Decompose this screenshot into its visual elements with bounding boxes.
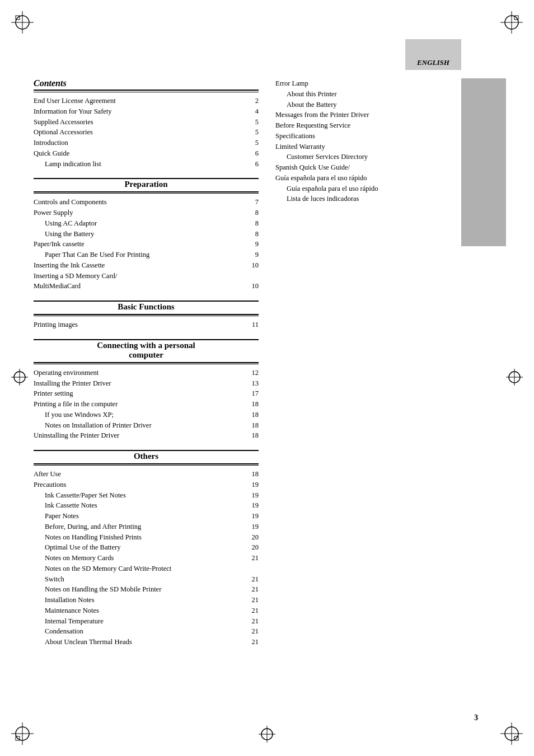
- toc-item: About Unclean Thermal Heads 21: [34, 637, 259, 647]
- toc-item: MultiMediaCard 10: [34, 281, 259, 292]
- toc-item: Using the Battery 8: [34, 229, 259, 240]
- toc-item: Optional Accessories 5: [34, 127, 259, 138]
- preparation-section: Preparation Controls and Components 7 Po…: [34, 178, 259, 292]
- toc-item: Uninstalling the Printer Driver 18: [34, 430, 259, 441]
- toc-item: Printer setting 17: [34, 388, 259, 399]
- left-column: Contents End User License Agreement 2 In…: [34, 78, 259, 711]
- prep-divider-top2: [34, 191, 259, 192]
- toc-item: Internal Temperature 21: [34, 616, 259, 627]
- others-section: Others After Use 18 Precautions 19 Ink C…: [34, 450, 259, 647]
- toc-item: Supplied Accessories 5: [34, 117, 259, 128]
- connecting-title: Connecting with a personalcomputer: [34, 341, 259, 360]
- toc-item: Precautions 19: [34, 480, 259, 490]
- toc-item: After Use 18: [34, 469, 259, 480]
- toc-item: Notes on Installation of Printer Driver …: [34, 420, 259, 431]
- contents-divider-top: [34, 90, 259, 91]
- contents-section: Contents End User License Agreement 2 In…: [34, 78, 259, 169]
- conn-divider-top2: [34, 362, 259, 363]
- toc-item: Before, During, and After Printing 19: [34, 522, 259, 532]
- others-divider-top2: [34, 463, 259, 464]
- corner-mark-bl: [11, 722, 34, 745]
- toc-item: Installing the Printer Driver 13: [34, 378, 259, 389]
- content-area: Contents End User License Agreement 2 In…: [34, 78, 500, 711]
- toc-item: Notes on Handling the SD Mobile Printer …: [34, 584, 259, 595]
- toc-item: End User License Agreement 2: [34, 96, 259, 106]
- others-divider-top: [34, 450, 259, 451]
- conn-divider-bottom: [34, 364, 259, 364]
- toc-item: Controls and Components 7: [34, 197, 259, 208]
- english-label: ENGLISH: [417, 58, 449, 67]
- mid-mark-left: [11, 369, 28, 388]
- right-column: Error Lamp 22 About this Printer 22 Abou…: [275, 78, 500, 711]
- toc-item: Switch 21: [34, 574, 259, 585]
- connecting-section: Connecting with a personalcomputer Opera…: [34, 339, 259, 441]
- bf-divider-top2: [34, 314, 259, 315]
- basic-functions-title: Basic Functions: [34, 302, 259, 312]
- right-gray-bar: [461, 78, 506, 246]
- toc-item: Operating environment 12: [34, 368, 259, 378]
- toc-item: Power Supply 8: [34, 208, 259, 218]
- corner-mark-tr: [500, 11, 523, 34]
- contents-divider-bottom: [34, 92, 259, 92]
- toc-item: Paper/Ink cassette 9: [34, 239, 259, 250]
- others-divider-bottom: [34, 465, 259, 466]
- mid-mark-bottom: [259, 726, 275, 745]
- toc-item: Lamp indication list 6: [34, 159, 259, 170]
- bf-divider-top: [34, 300, 259, 302]
- toc-item: Notes on Handling Finished Prints 20: [34, 532, 259, 543]
- toc-item: Condensation 21: [34, 626, 259, 637]
- page: ENGLISH 3 Contents End User License Agre…: [0, 0, 534, 756]
- corner-mark-br: [500, 722, 523, 745]
- toc-item: Inserting a SD Memory Card/: [34, 271, 259, 281]
- conn-divider-top: [34, 339, 259, 340]
- others-title: Others: [34, 452, 259, 461]
- toc-item: Printing a file in the computer 18: [34, 399, 259, 410]
- contents-title: Contents: [34, 78, 259, 88]
- basic-functions-section: Basic Functions Printing images 11: [34, 300, 259, 330]
- toc-item: Paper Notes 19: [34, 511, 259, 522]
- toc-item: Notes on the SD Memory Card Write-Protec…: [34, 564, 259, 574]
- corner-mark-tl: [11, 11, 34, 34]
- toc-item: Using AC Adaptor 8: [34, 218, 259, 229]
- mid-mark-right: [506, 369, 523, 388]
- toc-item: Inserting the Ink Cassette 10: [34, 260, 259, 271]
- bf-divider-bottom: [34, 316, 259, 316]
- toc-item: Introduction 5: [34, 138, 259, 148]
- toc-item: Ink Cassette Notes 19: [34, 500, 259, 511]
- prep-divider-bottom: [34, 193, 259, 194]
- toc-item: Information for Your Safety 4: [34, 106, 259, 117]
- toc-item: Paper That Can Be Used For Printing 9: [34, 250, 259, 260]
- toc-item: Quick Guide 6: [34, 148, 259, 159]
- preparation-title: Preparation: [34, 180, 259, 189]
- toc-item: If you use Windows XP; 18: [34, 410, 259, 420]
- toc-item: Installation Notes 21: [34, 595, 259, 605]
- toc-item: Printing images 11: [34, 320, 259, 330]
- toc-item: Maintenance Notes 21: [34, 605, 259, 616]
- page-number: 3: [474, 713, 478, 722]
- toc-item: Ink Cassette/Paper Set Notes 19: [34, 490, 259, 501]
- toc-item: Notes on Memory Cards 21: [34, 553, 259, 564]
- toc-item: Optimal Use of the Battery 20: [34, 542, 259, 553]
- prep-divider-top: [34, 178, 259, 179]
- english-box: ENGLISH: [405, 39, 461, 70]
